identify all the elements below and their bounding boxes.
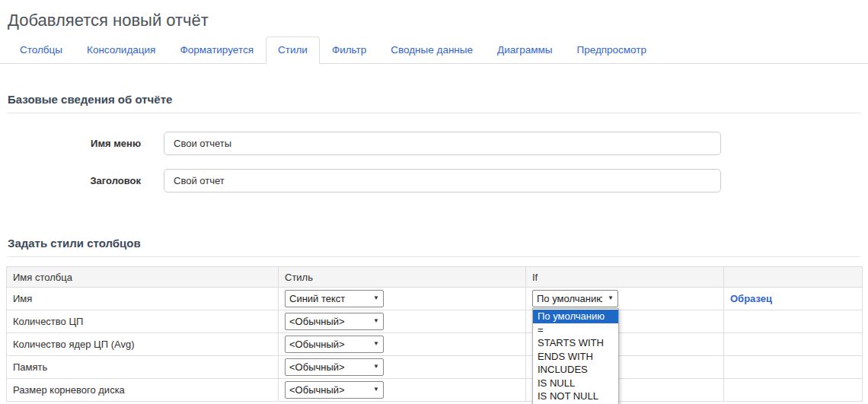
column-header-if: If <box>526 267 724 288</box>
table-row: Количество ядер ЦП (Avg) <Обычный> ▼ <box>7 333 863 356</box>
column-header-sample <box>724 267 863 288</box>
table-header-row: Имя столбца Стиль If <box>7 267 863 288</box>
page-title: Добавляется новый отчёт <box>0 0 868 37</box>
if-select-wrap: По умолчанию ▼ По умолчанию = STARTS WIT… <box>532 290 618 307</box>
menu-name-row: Имя меню <box>8 132 860 155</box>
column-name-cell: Память <box>7 356 279 379</box>
column-name-cell: Имя <box>7 288 279 310</box>
header-label: Заголовок <box>8 175 141 186</box>
column-name-cell: Размер корневого диска <box>7 379 279 402</box>
dropdown-option-default[interactable]: По умолчанию <box>533 310 618 323</box>
tab-charts[interactable]: Диаграммы <box>485 37 564 64</box>
tab-pivot-data[interactable]: Сводные данные <box>378 37 485 64</box>
style-select[interactable]: <Обычный> <box>285 313 384 330</box>
dropdown-option-ends-with[interactable]: ENDS WITH <box>533 350 618 364</box>
if-select[interactable]: По умолчанию <box>532 290 618 307</box>
menu-name-input[interactable] <box>164 132 721 155</box>
column-styles-heading: Задать стили столбцов <box>8 237 860 257</box>
if-dropdown-list: По умолчанию = STARTS WITH ENDS WITH INC… <box>532 308 619 404</box>
tab-styles[interactable]: Стили <box>266 37 320 64</box>
header-input[interactable] <box>164 169 721 192</box>
dropdown-option-includes[interactable]: INCLUDES <box>533 363 618 377</box>
tab-filter[interactable]: Фильтр <box>320 37 378 64</box>
header-row: Заголовок <box>8 169 860 192</box>
table-row: Память <Обычный> ▼ <box>7 356 863 379</box>
column-styles-table: Имя столбца Стиль If Имя Синий текст ▼ <box>6 266 863 402</box>
style-select-wrap: Синий текст ▼ <box>285 290 384 307</box>
table-row: Размер корневого диска <Обычный> ▼ <box>7 379 863 402</box>
tab-columns[interactable]: Столбцы <box>8 37 75 64</box>
menu-name-label: Имя меню <box>8 138 141 149</box>
dropdown-option-is-not-null[interactable]: IS NOT NULL <box>533 390 618 403</box>
tab-bar: Столбцы Консолидация Форматируется Стили… <box>0 37 868 64</box>
column-header-style: Стиль <box>279 267 526 288</box>
column-header-name: Имя столбца <box>7 267 279 288</box>
column-name-cell: Количество ядер ЦП (Avg) <box>7 333 279 356</box>
column-name-cell: Количество ЦП <box>7 310 279 333</box>
basic-info-heading: Базовые сведения об отчёте <box>8 93 860 113</box>
table-row: Имя Синий текст ▼ По умолчанию ▼ <box>7 288 863 310</box>
dropdown-option-is-null[interactable]: IS NULL <box>533 377 618 390</box>
sample-link[interactable]: Образец <box>730 293 772 304</box>
tab-formatting[interactable]: Форматируется <box>168 37 266 64</box>
tab-consolidation[interactable]: Консолидация <box>75 37 168 64</box>
style-select[interactable]: Синий текст <box>285 290 384 307</box>
style-select[interactable]: <Обычный> <box>285 358 384 376</box>
dropdown-option-starts-with[interactable]: STARTS WITH <box>533 336 618 350</box>
style-select[interactable]: <Обычный> <box>285 336 384 353</box>
table-row: Количество ЦП <Обычный> ▼ <box>7 310 863 333</box>
style-select[interactable]: <Обычный> <box>285 381 384 399</box>
tab-preview[interactable]: Предпросмотр <box>564 37 659 64</box>
basic-info-form: Имя меню Заголовок <box>0 113 868 208</box>
dropdown-option-equals[interactable]: = <box>533 323 618 337</box>
